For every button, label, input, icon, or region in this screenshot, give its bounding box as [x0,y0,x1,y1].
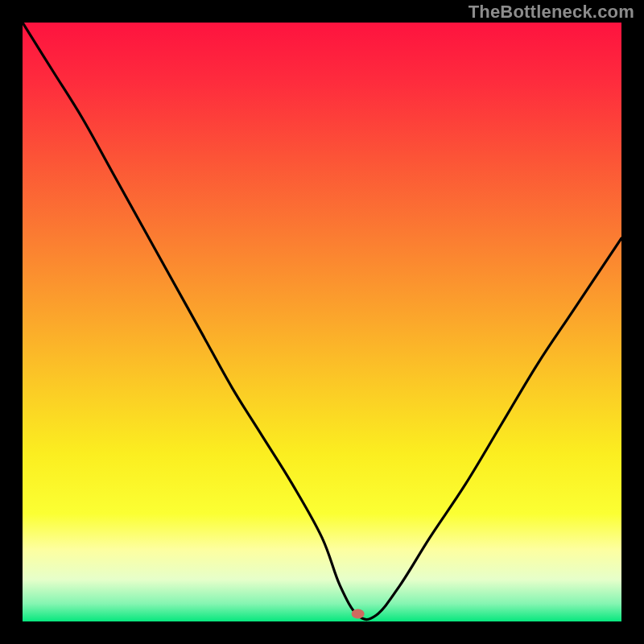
minimum-marker [352,609,365,619]
gradient-background [23,23,621,621]
bottleneck-chart [23,23,621,621]
plot-area [23,23,621,621]
watermark-text: TheBottleneck.com [469,2,634,23]
chart-stage: TheBottleneck.com [0,0,644,644]
